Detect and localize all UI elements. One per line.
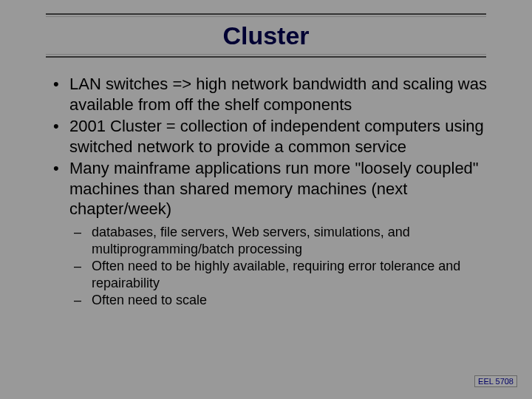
bullet-marker-icon: • [50, 74, 69, 115]
footer-label: EEL 5708 [474, 375, 517, 387]
bullet-text: 2001 Cluster = collection of independent… [69, 116, 491, 157]
content-area: • LAN switches => high network bandwidth… [50, 74, 491, 309]
bullet-marker-icon: • [50, 158, 69, 219]
dash-marker-icon: – [72, 224, 92, 258]
slide: Cluster • LAN switches => high network b… [0, 0, 532, 399]
sub-bullet-item: – Often need to be highly available, req… [50, 258, 491, 292]
dash-marker-icon: – [72, 258, 92, 292]
bullet-item: • LAN switches => high network bandwidth… [50, 74, 491, 115]
sub-bullet-item: – Often need to scale [50, 292, 491, 309]
sub-bullets: – databases, file servers, Web servers, … [50, 224, 491, 309]
sub-bullet-text: Often need to be highly available, requi… [92, 258, 491, 292]
bullet-text: Many mainframe applications run more "lo… [69, 158, 491, 219]
title-container: Cluster [46, 13, 486, 58]
bullet-item: • Many mainframe applications run more "… [50, 158, 491, 219]
sub-bullet-text: databases, file servers, Web servers, si… [92, 224, 491, 258]
sub-bullet-text: Often need to scale [92, 292, 491, 309]
main-bullets: • LAN switches => high network bandwidth… [50, 74, 491, 219]
bullet-marker-icon: • [50, 116, 69, 157]
sub-bullet-item: – databases, file servers, Web servers, … [50, 224, 491, 258]
slide-title: Cluster [222, 21, 309, 50]
bullet-text: LAN switches => high network bandwidth a… [69, 74, 491, 115]
dash-marker-icon: – [72, 292, 92, 309]
bullet-item: • 2001 Cluster = collection of independe… [50, 116, 491, 157]
